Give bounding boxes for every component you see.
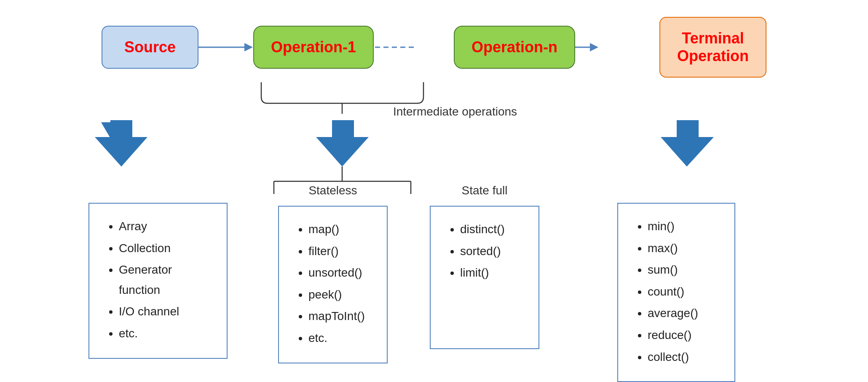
operationn-box: Operation-n [454,26,575,69]
stateless-column: Stateless map() filter() unsorted() peek… [270,154,396,363]
terminal-item-7: collect() [648,347,718,367]
statefull-label: State full [462,184,508,197]
source-item-3: Generator function [119,260,210,300]
svg-rect-11 [677,120,699,137]
terminal-item-6: reduce() [648,325,718,345]
source-label: Source [124,38,176,56]
intermediate-label: Intermediate operations [375,105,535,118]
source-item-2: Collection [119,238,210,258]
diagram-container: Source Operation-1 Operation-n TerminalO… [0,0,868,382]
source-item-5: etc. [119,323,210,344]
svg-marker-6 [101,122,131,148]
terminal-label: TerminalOperation [677,30,749,65]
stateless-item-6: etc. [308,328,370,348]
terminal-box: TerminalOperation [659,17,766,78]
statefull-item-3: limit() [460,263,522,283]
terminal-item-4: count() [648,282,718,302]
source-item-4: I/O channel [119,301,210,322]
operation1-label: Operation-1 [271,38,356,56]
source-items-box: Array Collection Generator function I/O … [88,203,228,359]
stateless-item-1: map() [308,219,370,239]
stateless-label: Stateless [308,184,357,197]
source-box: Source [102,26,198,69]
svg-rect-7 [110,120,132,137]
terminal-column: min() max() sum() count() average() redu… [607,154,746,382]
statefull-items-box: distinct() sorted() limit() [430,206,539,349]
terminal-item-1: min() [648,216,718,237]
stateless-items-box: map() filter() unsorted() peek() mapToIn… [278,206,388,363]
source-column: Array Collection Generator function I/O … [88,154,228,359]
terminal-item-5: average() [648,303,718,323]
operation1-box: Operation-1 [253,26,374,69]
stateless-item-3: unsorted() [308,263,370,283]
top-row: Source Operation-1 Operation-n TerminalO… [0,17,868,78]
stateless-item-5: mapToInt() [308,306,370,326]
operationn-label: Operation-n [472,38,557,56]
terminal-item-3: sum() [648,260,718,280]
statefull-column: State full distinct() sorted() limit() [421,154,548,349]
source-item-1: Array [119,216,210,237]
terminal-item-2: max() [648,238,718,258]
terminal-items-box: min() max() sum() count() average() redu… [617,203,735,382]
statefull-item-2: sorted() [460,241,522,261]
stateless-item-4: peek() [308,285,370,305]
statefull-item-1: distinct() [460,219,522,239]
stateless-item-2: filter() [308,241,370,261]
svg-rect-9 [332,120,354,137]
